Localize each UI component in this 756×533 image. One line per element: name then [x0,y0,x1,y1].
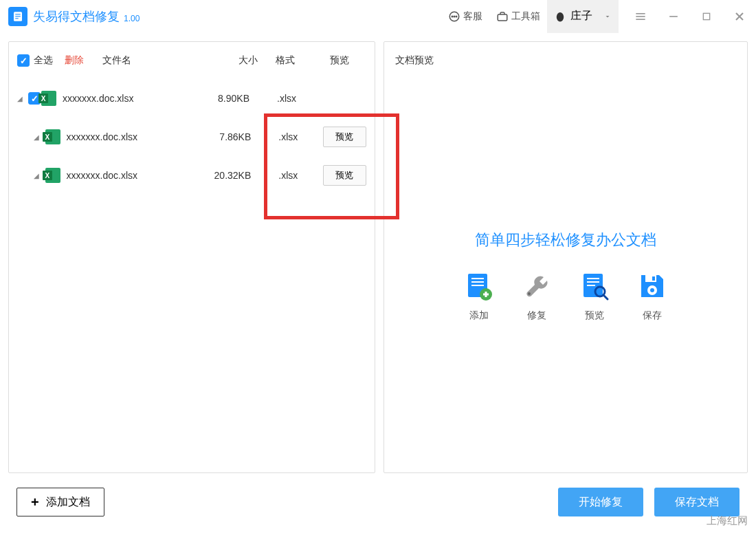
tree-toggle-icon[interactable]: ◢ [34,133,41,141]
file-format: .xlsx [249,93,308,104]
bottom-bar: + 添加文档 开始修复 保存文档 [0,481,756,523]
xlsx-file-icon [45,129,61,145]
svg-rect-28 [587,285,595,286]
maximize-icon [701,11,712,22]
svg-rect-27 [587,281,599,283]
minimize-icon [667,10,680,23]
step-add-label: 添加 [469,309,489,322]
app-title: 失易得文档修复 [33,8,120,25]
svg-point-6 [454,16,455,17]
svg-rect-23 [485,292,487,297]
file-row[interactable]: ◢ xxxxxxx.doc.xlsx 7.86KB .xlsx 预览 [9,118,375,156]
wrench-icon [522,271,552,301]
username-label: 庄子 [570,9,592,23]
svg-rect-19 [471,281,484,283]
step-preview: 预览 [579,271,610,322]
svg-point-5 [452,16,453,17]
tree-toggle-icon[interactable]: ◢ [34,172,41,180]
penguin-icon [554,10,566,23]
column-preview: 预览 [312,54,366,67]
save-icon [637,271,667,301]
column-size: 大小 [204,54,258,67]
preview-panel: 文档预览 简单四步轻松修复办公文档 添加 修复 [383,41,748,473]
close-icon [733,10,746,23]
toolbox-icon [496,10,509,23]
file-format: .xlsx [251,131,309,142]
svg-rect-3 [15,18,19,19]
select-all-checkbox[interactable] [17,54,30,67]
svg-point-7 [456,16,457,17]
toolbox-button[interactable]: 工具箱 [489,0,547,33]
step-preview-label: 预览 [585,309,604,322]
maximize-button[interactable] [698,8,715,25]
steps-row: 添加 修复 预览 保存 [464,271,667,322]
column-filename: 文件名 [102,54,204,67]
toolbox-label: 工具箱 [511,10,540,23]
start-repair-button[interactable]: 开始修复 [558,488,643,516]
xlsx-file-icon [45,167,61,184]
svg-rect-8 [498,14,507,21]
minimize-button[interactable] [665,8,682,25]
support-button[interactable]: 客服 [441,0,489,33]
column-format: 格式 [258,54,312,67]
preview-button[interactable]: 预览 [323,127,366,147]
file-size: 8.90KB [200,93,249,104]
svg-rect-2 [15,16,21,17]
step-save-label: 保存 [643,309,662,322]
chevron-down-icon [603,12,612,21]
file-name: xxxxxxx.doc.xlsx [67,170,203,181]
preview-header: 文档预览 [384,42,747,79]
step-repair-label: 修复 [527,309,546,322]
svg-rect-18 [471,278,484,279]
delete-link[interactable]: 删除 [65,54,102,67]
file-row[interactable]: ◢ xxxxxxx.doc.xlsx 8.90KB .xlsx [9,79,375,118]
svg-point-34 [650,288,654,292]
select-all-label: 全选 [34,54,53,67]
file-size: 20.32KB [202,170,251,181]
titlebar: 失易得文档修复 1.00 客服 工具箱 庄子 [0,0,756,33]
user-menu[interactable]: 庄子 [547,0,619,33]
app-logo-icon [8,7,27,26]
support-label: 客服 [463,10,482,23]
chat-icon [448,10,460,23]
add-document-button[interactable]: + 添加文档 [16,488,104,516]
step-repair: 修复 [522,271,552,322]
xlsx-file-icon [41,90,57,107]
file-format: .xlsx [251,170,309,181]
file-size: 7.86KB [202,131,251,142]
preview-button[interactable]: 预览 [323,165,366,186]
svg-point-24 [528,292,531,295]
menu-button[interactable] [632,8,649,25]
file-list-panel: 全选 删除 文件名 大小 格式 预览 ◢ xxxxxxx.doc.xlsx 8.… [8,41,375,473]
list-header: 全选 删除 文件名 大小 格式 预览 [9,42,375,79]
svg-rect-32 [652,276,655,281]
svg-point-9 [557,12,564,22]
tree-toggle-icon[interactable]: ◢ [17,95,24,102]
app-version: 1.00 [124,14,140,23]
file-row[interactable]: ◢ xxxxxxx.doc.xlsx 20.32KB .xlsx 预览 [9,156,375,195]
file-name: xxxxxxx.doc.xlsx [63,93,200,104]
watermark: 上海红网 [707,514,748,527]
step-add: 添加 [464,271,494,322]
step-save: 保存 [637,271,667,322]
add-document-label: 添加文档 [46,495,90,510]
svg-rect-1 [15,14,21,14]
preview-document-icon [579,271,610,301]
menu-icon [634,10,647,23]
add-document-icon [464,271,494,301]
svg-rect-14 [703,13,709,19]
svg-rect-20 [471,285,484,286]
plus-icon: + [31,494,39,510]
svg-line-30 [603,295,608,299]
close-button[interactable] [731,8,748,25]
file-name: xxxxxxx.doc.xlsx [67,131,203,142]
preview-title: 简单四步轻松修复办公文档 [475,230,656,250]
svg-rect-26 [587,278,599,279]
save-document-button[interactable]: 保存文档 [654,488,740,516]
